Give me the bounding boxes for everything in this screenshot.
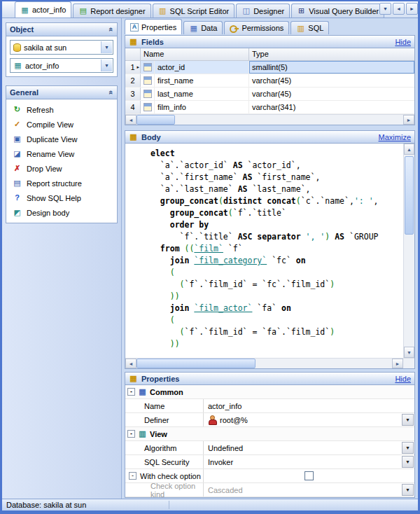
field-name-cell[interactable]: film_info bbox=[155, 101, 249, 113]
editor-tab-properties[interactable]: AProperties bbox=[125, 19, 182, 34]
general-panel-header[interactable]: General « bbox=[6, 86, 117, 99]
field-type-cell[interactable]: varchar(45) bbox=[249, 74, 414, 87]
property-row-name[interactable]: Nameactor_info bbox=[125, 399, 414, 413]
editor-tabs: AProperties▦DataPermissions▥SQL bbox=[123, 19, 330, 34]
property-row-check-option-kind[interactable]: Check option kindCascaded▼ bbox=[125, 483, 414, 497]
field-row-first-name[interactable]: 2first_namevarchar(45) bbox=[125, 74, 414, 88]
property-name: Check option kind bbox=[150, 482, 203, 499]
general-menu: ↻Refresh✓Compile View▣Duplicate View◪Ren… bbox=[6, 99, 117, 223]
field-icon-cell bbox=[141, 61, 155, 74]
sql-code[interactable]: elect `a`.`actor_id` AS `actor_id`, `a`.… bbox=[125, 144, 403, 358]
sidebar-item-report-structure[interactable]: ▤Report structure bbox=[8, 176, 115, 190]
collapse-box-icon[interactable]: - bbox=[129, 472, 136, 480]
scrollbar-thumb[interactable] bbox=[136, 115, 175, 125]
code-line: `a`.`last_name` AS `last_name`, bbox=[150, 183, 403, 195]
dropdown-button[interactable]: ▼ bbox=[402, 442, 414, 454]
collapse-chevron-icon[interactable]: « bbox=[107, 90, 115, 95]
tab-sql-script-editor[interactable]: ▥SQL Script Editor bbox=[153, 4, 235, 18]
compile-icon: ✓ bbox=[13, 120, 22, 129]
sidebar-item-label: Report structure bbox=[27, 179, 82, 188]
sidebar-item-label: Rename View bbox=[27, 150, 74, 158]
properties-section: ▦ Properties Hide -▦CommonNameactor_info… bbox=[125, 372, 415, 498]
status-bar-divider bbox=[169, 501, 169, 509]
property-row-algorithm[interactable]: AlgorithmUndefined▼ bbox=[125, 441, 414, 455]
tab-scroll-right-button[interactable]: ► bbox=[406, 3, 418, 15]
main-area: AProperties▦DataPermissions▥SQL ▦ Fields… bbox=[122, 18, 418, 499]
field-icon bbox=[144, 103, 152, 111]
tab-designer[interactable]: ◫Designer bbox=[236, 4, 290, 18]
field-icon-cell bbox=[141, 88, 155, 100]
chevron-down-icon[interactable]: ▼ bbox=[101, 60, 112, 71]
field-row-film-info[interactable]: 4film_infovarchar(341) bbox=[125, 101, 414, 114]
with-check-option-checkbox[interactable] bbox=[304, 471, 314, 480]
sidebar-item-refresh[interactable]: ↻Refresh bbox=[8, 102, 115, 117]
code-line: (`f`.`film_id` = `fc`.`film_id`) bbox=[150, 279, 403, 291]
field-name-cell[interactable]: actor_id bbox=[155, 61, 249, 74]
property-value-cell[interactable]: Invoker bbox=[204, 455, 414, 468]
field-name-cell[interactable]: first_name bbox=[155, 74, 249, 87]
collapse-box-icon[interactable]: - bbox=[127, 388, 135, 396]
sidebar-item-design-body[interactable]: ◩Design body bbox=[8, 205, 115, 220]
scroll-right-button[interactable]: ► bbox=[392, 359, 403, 368]
scrollbar-thumb[interactable] bbox=[136, 359, 255, 368]
field-type-cell[interactable]: smallint(5) bbox=[249, 61, 414, 74]
property-value-cell[interactable]: Undefined bbox=[204, 441, 414, 454]
body-hscrollbar[interactable]: ◄ ► bbox=[125, 358, 414, 368]
name-column-header[interactable]: Name bbox=[141, 48, 249, 60]
chevron-down-icon[interactable]: ▼ bbox=[101, 41, 112, 53]
fields-hscrollbar[interactable]: ◄ ► bbox=[125, 114, 414, 125]
database-combo[interactable]: sakila at sun ▼ bbox=[10, 40, 113, 55]
sidebar-item-duplicate-view[interactable]: ▣Duplicate View bbox=[8, 132, 115, 146]
field-name-cell[interactable]: last_name bbox=[155, 88, 249, 100]
sidebar-item-drop-view[interactable]: ✗Drop View bbox=[8, 161, 115, 176]
body-title: Body bbox=[141, 133, 161, 141]
property-value-cell[interactable]: root@% bbox=[204, 413, 414, 426]
tab-list-button[interactable]: ▼ bbox=[379, 3, 391, 15]
scrollbar-thumb[interactable] bbox=[405, 156, 414, 235]
dropdown-button[interactable]: ▼ bbox=[402, 414, 414, 426]
editor-tab-data[interactable]: ▦Data bbox=[183, 21, 223, 34]
sidebar-item-compile-view[interactable]: ✓Compile View bbox=[8, 117, 115, 132]
dropdown-button[interactable]: ▼ bbox=[402, 456, 414, 468]
scroll-left-button[interactable]: ◄ bbox=[125, 359, 136, 368]
collapse-chevron-icon[interactable]: « bbox=[107, 27, 115, 32]
property-group-common[interactable]: -▦Common bbox=[125, 385, 414, 399]
sql-editor[interactable]: elect `a`.`actor_id` AS `actor_id`, `a`.… bbox=[125, 144, 414, 358]
tab-actor-info[interactable]: ▦actor_info bbox=[15, 1, 71, 18]
field-row-last-name[interactable]: 3last_namevarchar(45) bbox=[125, 88, 414, 101]
vqb-icon: ⊞ bbox=[297, 6, 306, 15]
editor-tab-permissions[interactable]: Permissions bbox=[224, 21, 289, 34]
property-value-cell[interactable]: Cascaded bbox=[204, 483, 414, 496]
sidebar-item-label: Compile View bbox=[27, 120, 74, 129]
dropdown-button[interactable]: ▼ bbox=[402, 484, 414, 496]
field-type-cell[interactable]: varchar(45) bbox=[249, 88, 414, 100]
editor-tab-sql[interactable]: ▥SQL bbox=[290, 21, 329, 34]
database-icon bbox=[13, 43, 21, 52]
group_common-icon: ▦ bbox=[138, 387, 147, 396]
body-maximize-link[interactable]: Maximize bbox=[379, 133, 411, 141]
field-row-actor-id[interactable]: 1▸actor_idsmallint(5) bbox=[125, 61, 414, 74]
sidebar-item-show-sql-help[interactable]: ?Show SQL Help bbox=[8, 190, 115, 205]
scroll-up-button[interactable]: ▲ bbox=[404, 144, 414, 155]
scroll-right-button[interactable]: ► bbox=[403, 115, 414, 125]
sidebar-item-rename-view[interactable]: ◪Rename View bbox=[8, 146, 115, 161]
tab-report-designer[interactable]: ▤Report designer bbox=[73, 4, 150, 18]
tab-visual-query-builder[interactable]: ⊞Visual Query Builder bbox=[291, 4, 384, 18]
object-panel-header[interactable]: Object « bbox=[6, 23, 117, 36]
scroll-down-button[interactable]: ▼ bbox=[404, 347, 414, 358]
collapse-box-icon[interactable]: - bbox=[127, 430, 135, 438]
property-group-view[interactable]: -▥View bbox=[125, 427, 414, 441]
tab-scroll-left-button[interactable]: ◄ bbox=[393, 3, 405, 15]
property-row-sql-security[interactable]: SQL SecurityInvoker▼ bbox=[125, 455, 414, 469]
object-combo[interactable]: ▦ actor_info ▼ bbox=[10, 58, 113, 73]
property-value-cell[interactable] bbox=[204, 469, 414, 482]
field-type-cell[interactable]: varchar(341) bbox=[249, 101, 414, 113]
fields-hide-link[interactable]: Hide bbox=[395, 38, 411, 46]
body-vscrollbar[interactable]: ▲ ▼ bbox=[403, 144, 414, 358]
code-line: ( bbox=[150, 314, 403, 326]
scroll-left-button[interactable]: ◄ bbox=[125, 115, 136, 125]
property-value-cell[interactable]: actor_info bbox=[204, 399, 414, 412]
property-row-definer[interactable]: Definerroot@%▼ bbox=[125, 413, 414, 427]
type-column-header[interactable]: Type bbox=[249, 48, 414, 60]
properties-hide-link[interactable]: Hide bbox=[395, 375, 411, 383]
